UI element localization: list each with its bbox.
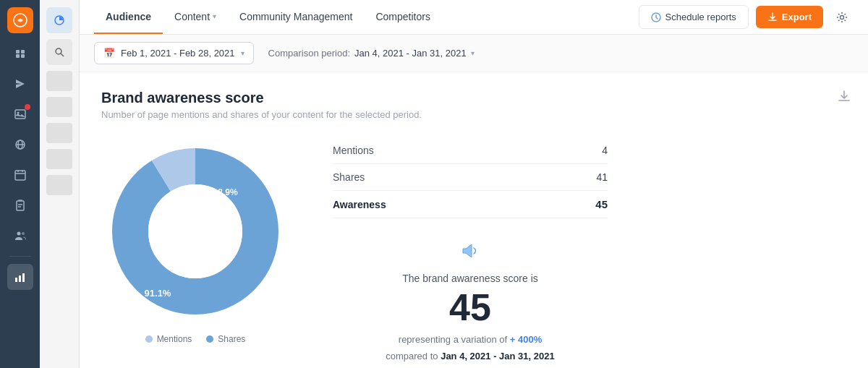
download-icon[interactable] [838, 90, 851, 106]
content-chevron-icon: ▾ [213, 12, 216, 20]
svg-text:8.9%: 8.9% [218, 187, 238, 197]
svg-point-26 [841, 15, 844, 19]
svg-rect-3 [16, 54, 20, 58]
schedule-icon [651, 12, 661, 22]
tab-audience[interactable]: Audience [94, 1, 163, 34]
svg-rect-21 [22, 273, 25, 282]
nav-actions: Schedule reports Export [639, 5, 854, 29]
analytics-icon[interactable] [7, 264, 33, 290]
date-range-value: Feb 1, 2021 - Feb 28, 2021 [121, 48, 235, 59]
svg-rect-10 [15, 171, 25, 180]
svg-rect-20 [19, 275, 21, 282]
svg-rect-14 [17, 201, 24, 210]
donut-chart-wrapper: 91.1% 8.9% Mentions Shares [101, 137, 289, 344]
sidebar-placeholder-4 [46, 149, 72, 169]
stat-row-awareness: Awareness 45 [333, 191, 608, 218]
main-content: Audience Content ▾ Community Management … [80, 0, 868, 368]
svg-point-23 [56, 48, 61, 54]
team-icon[interactable] [7, 223, 33, 249]
comparison-text: compared to Jan 4, 2021 - Jan 31, 2021 [333, 351, 608, 361]
content-area: Brand awareness score Number of page men… [80, 72, 868, 368]
stat-row-mentions: Mentions 4 [333, 137, 608, 164]
top-navigation: Audience Content ▾ Community Management … [80, 0, 868, 35]
calendar-icon: 📅 [103, 48, 115, 59]
clipboard-icon[interactable] [7, 192, 33, 218]
app-logo[interactable] [7, 7, 33, 33]
svg-rect-4 [21, 54, 25, 58]
svg-text:91.1%: 91.1% [145, 288, 171, 299]
mentions-dot [145, 335, 153, 343]
image-icon[interactable] [7, 101, 33, 127]
comparison-period-text: Comparison period: Jan 4, 2021 - Jan 31,… [268, 48, 475, 59]
shares-dot [206, 335, 213, 343]
nav-tabs: Audience Content ▾ Community Management … [94, 1, 639, 34]
date-range-picker[interactable]: 📅 Feb 1, 2021 - Feb 28, 2021 ▾ [94, 42, 254, 64]
section-title: Brand awareness score [101, 90, 846, 106]
awareness-label: The brand awareness score is [333, 273, 608, 284]
search-secondary-icon[interactable] [46, 39, 72, 65]
sidebar [0, 0, 40, 368]
stat-row-shares: Shares 41 [333, 164, 608, 191]
tab-content[interactable]: Content ▾ [163, 1, 228, 34]
analytics-secondary-icon[interactable] [46, 7, 72, 33]
export-icon [767, 12, 778, 22]
secondary-sidebar [40, 0, 80, 368]
comparison-chevron-icon[interactable]: ▾ [471, 49, 475, 57]
svg-rect-1 [16, 50, 20, 54]
variation-text: representing a variation of + 400% [333, 334, 608, 345]
comparison-period-value: Jan 4, 2021 - Jan 31, 2021 [441, 351, 555, 361]
legend-shares: Shares [206, 334, 245, 344]
date-picker-chevron-icon: ▾ [241, 49, 244, 57]
svg-rect-19 [15, 278, 17, 282]
variation-value: + 400% [510, 334, 542, 345]
donut-chart: 91.1% 8.9% [101, 137, 289, 325]
calendar-grid-icon[interactable] [7, 162, 33, 188]
menu-expand-icon[interactable] [7, 40, 33, 67]
svg-rect-2 [21, 50, 25, 54]
globe-icon[interactable] [7, 132, 33, 158]
send-icon[interactable] [7, 71, 33, 97]
awareness-card: The brand awareness score is 45 represen… [333, 240, 608, 361]
sidebar-placeholder-2 [46, 97, 72, 117]
tab-competitors[interactable]: Competitors [364, 1, 441, 34]
schedule-reports-button[interactable]: Schedule reports [639, 5, 749, 29]
chart-legend: Mentions Shares [145, 334, 246, 344]
section-subtitle: Number of page mentions and shares of yo… [101, 109, 846, 120]
svg-point-29 [148, 184, 242, 278]
comparison-range-value: Jan 4, 2021 - Jan 31, 2021 [354, 48, 467, 59]
stats-panel: Mentions 4 Shares 41 Awareness 45 [333, 137, 608, 361]
tab-community-management[interactable]: Community Management [228, 1, 364, 34]
megaphone-icon [333, 240, 608, 267]
export-button[interactable]: Export [756, 6, 823, 28]
svg-point-18 [22, 232, 25, 235]
awareness-score: 45 [333, 287, 608, 328]
legend-mentions: Mentions [145, 334, 192, 344]
date-bar: 📅 Feb 1, 2021 - Feb 28, 2021 ▾ Compariso… [80, 35, 868, 72]
sidebar-divider [9, 256, 31, 257]
svg-point-17 [17, 232, 20, 236]
settings-icon[interactable] [830, 6, 854, 29]
sidebar-placeholder-5 [46, 175, 72, 195]
sidebar-placeholder-3 [46, 123, 72, 143]
svg-line-24 [61, 54, 64, 56]
sidebar-placeholder-1 [46, 71, 72, 91]
svg-rect-5 [15, 110, 25, 119]
chart-area: 91.1% 8.9% Mentions Shares [101, 137, 846, 361]
